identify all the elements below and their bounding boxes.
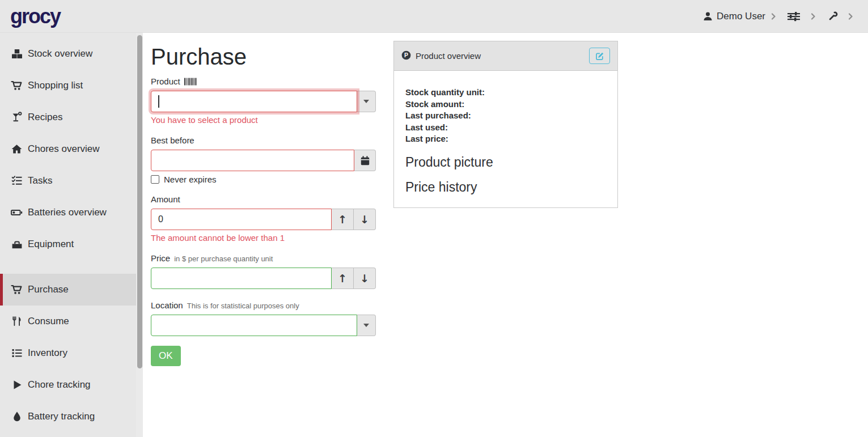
sidebar-item-label: Shopping list [28, 80, 83, 91]
cart-icon [11, 80, 23, 91]
price-label: Price [151, 253, 170, 263]
user-icon [703, 11, 713, 21]
boxes-icon [11, 48, 23, 60]
product-overview-title: Product overview [416, 51, 481, 61]
product-error: You have to select a product [151, 115, 376, 125]
sidebar-item-label: Recipes [28, 112, 62, 123]
location-hint: This is for statistical purposes only [187, 302, 299, 310]
never-expires-label: Never expires [164, 175, 217, 184]
sliders-icon [787, 11, 801, 22]
sidebar-item-label: Consume [28, 316, 69, 327]
sidebar-item-label: Inventory [28, 347, 67, 359]
amount-input[interactable] [151, 209, 332, 230]
amount-decrement-button[interactable]: ↓ [354, 209, 376, 230]
user-menu-label: Demo User [717, 11, 765, 22]
sidebar-item-chores-overview[interactable]: Chores overview [0, 133, 143, 165]
amount-label-row: Amount [151, 194, 376, 204]
sidebar-scrollbar-track[interactable] [136, 33, 143, 437]
amount-label: Amount [151, 194, 180, 204]
list-icon [11, 347, 23, 359]
top-header-bar: grocy Demo User [0, 0, 868, 33]
amount-input-group: ↑ ↓ [151, 209, 376, 230]
sidebar-item-battery-tracking[interactable]: Battery tracking [0, 401, 143, 432]
sidebar-item-recipes[interactable]: Recipes [0, 101, 143, 133]
best-before-label: Best before [151, 135, 194, 145]
best-before-label-row: Best before [151, 135, 376, 145]
product-overview-card: P Product overview Stock quantity unit: … [393, 41, 618, 208]
product-input[interactable] [151, 91, 357, 112]
toolbox-icon [11, 239, 23, 250]
amount-error: The amount cannot be lower than 1 [151, 233, 376, 243]
price-increment-button[interactable]: ↑ [332, 268, 354, 289]
sidebar-item-consume[interactable]: Consume [0, 306, 143, 337]
sidebar-item-stock-overview[interactable]: Stock overview [0, 38, 143, 70]
purchase-form: Product You have to select a product Bes… [151, 77, 376, 366]
sidebar-item-chore-tracking[interactable]: Chore tracking [0, 369, 143, 401]
grocy-logo: grocy [10, 6, 60, 27]
product-label-row: Product [151, 77, 376, 86]
tasks-icon [11, 175, 23, 186]
svg-text:P: P [404, 52, 408, 58]
sidebar-item-label: Stock overview [28, 48, 92, 60]
last-purchased-label: Last purchased: [405, 110, 606, 122]
sidebar-item-label: Battery tracking [28, 411, 95, 422]
last-price-label: Last price: [405, 133, 606, 145]
price-label-row: Price in $ per purchase quantity unit [151, 253, 376, 263]
amount-increment-button[interactable]: ↑ [332, 209, 354, 230]
sidebar-item-label: Chores overview [28, 143, 100, 155]
product-label: Product [151, 77, 180, 86]
user-menu[interactable]: Demo User [703, 11, 776, 22]
best-before-input[interactable] [151, 150, 354, 171]
product-picture-heading: Product picture [405, 154, 606, 170]
sidebar-item-tasks[interactable]: Tasks [0, 165, 143, 197]
calendar-button[interactable] [354, 150, 376, 171]
barcode-icon[interactable] [184, 78, 197, 86]
sidebar-item-label: Equipment [28, 239, 74, 250]
sidebar-item-equipment[interactable]: Equipment [0, 228, 143, 260]
location-select[interactable] [151, 315, 357, 336]
sidebar-item-shopping-list[interactable]: Shopping list [0, 70, 143, 101]
cart-icon [11, 284, 23, 295]
sidebar-item-inventory[interactable]: Inventory [0, 337, 143, 369]
chevron-right-icon [811, 13, 816, 20]
sidebar-item-batteries-overview[interactable]: Batteries overview [0, 197, 143, 228]
location-select-group [151, 315, 376, 336]
never-expires-checkbox[interactable] [151, 175, 159, 184]
sidebar-item-label: Tasks [28, 175, 52, 186]
price-input[interactable] [151, 268, 332, 289]
price-decrement-button[interactable]: ↓ [354, 268, 376, 289]
sidebar: Stock overview Shopping list Recipes Cho… [0, 33, 143, 437]
cocktail-icon [11, 112, 23, 123]
location-dropdown-button[interactable] [357, 315, 376, 336]
price-history-heading: Price history [405, 179, 606, 195]
never-expires-row: Never expires [151, 175, 376, 184]
stock-amount-label: Stock amount: [405, 99, 606, 111]
product-overview-header: P Product overview [394, 41, 617, 71]
chevron-right-icon [848, 13, 853, 20]
admin-menu[interactable] [827, 11, 853, 22]
play-icon [11, 379, 23, 391]
chevron-right-icon [771, 13, 776, 20]
home-icon [11, 143, 23, 155]
last-used-label: Last used: [405, 122, 606, 134]
text-cursor [158, 95, 159, 108]
sidebar-scrollbar-thumb[interactable] [137, 35, 142, 368]
product-input-group [151, 91, 376, 112]
edit-product-button[interactable] [589, 48, 610, 64]
header-menus: Demo User [703, 11, 853, 22]
settings-menu[interactable] [787, 11, 816, 22]
location-label-row: Location This is for statistical purpose… [151, 300, 376, 310]
sidebar-item-label: Batteries overview [28, 207, 107, 218]
price-hint: in $ per purchase quantity unit [174, 254, 273, 263]
ok-button[interactable]: OK [151, 346, 181, 366]
product-dropdown-button[interactable] [357, 91, 376, 112]
price-input-group: ↑ ↓ [151, 268, 376, 289]
battery-icon [11, 207, 23, 218]
stock-quantity-unit-label: Stock quantity unit: [405, 87, 606, 99]
p-circle-icon: P [401, 50, 411, 62]
droplet-icon [11, 411, 23, 422]
sidebar-item-purchase[interactable]: Purchase [0, 274, 143, 306]
product-overview-body: Stock quantity unit: Stock amount: Last … [394, 71, 617, 207]
sidebar-item-label: Purchase [28, 284, 69, 295]
wrench-icon [827, 11, 839, 22]
